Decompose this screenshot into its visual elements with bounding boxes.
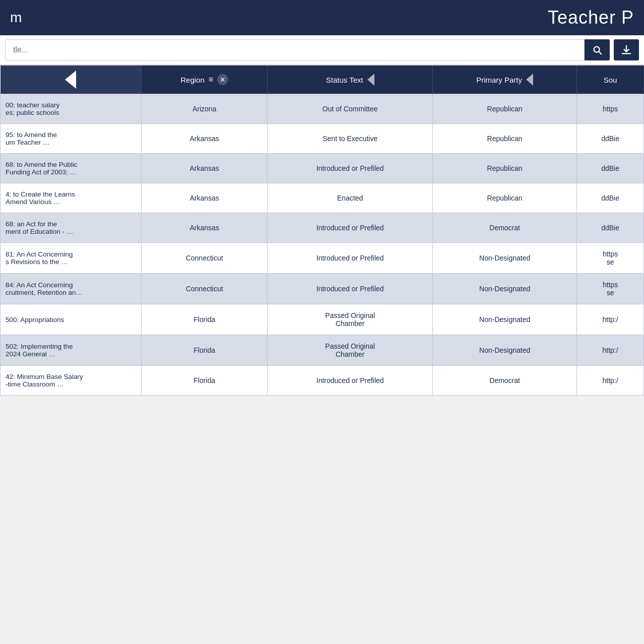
cell-status: Out of Committee	[268, 94, 433, 124]
sort-icon[interactable]: ≡	[209, 75, 213, 84]
cell-party: Republican	[433, 94, 577, 124]
cell-source: ddBie	[577, 183, 644, 213]
cell-title: 68: an Act for the ment of Education - …	[1, 213, 142, 243]
prev-arrow-party[interactable]	[526, 74, 533, 86]
prev-arrow-title[interactable]	[65, 71, 76, 89]
table-row[interactable]: 4: to Create the Learns Amend Various …A…	[1, 183, 644, 213]
table-row[interactable]: 502: Implementing the 2024 General …Flor…	[1, 335, 644, 366]
cell-region: Connecticut	[142, 243, 268, 274]
cell-party: Republican	[433, 124, 577, 154]
cell-region: Arizona	[142, 94, 268, 124]
table-row[interactable]: 95: to Amend the um Teacher …ArkansasSen…	[1, 124, 644, 154]
cell-party: Democrat	[433, 213, 577, 243]
table-container: Region ≡ ✕ Status Text Primary Party	[0, 66, 644, 644]
table-row[interactable]: 84: An Act Concerning cruitment, Retenti…	[1, 274, 644, 304]
cell-title: 500: Appropriations	[1, 304, 142, 335]
table-row[interactable]: 42: Minimum Base Salary -time Classroom …	[1, 366, 644, 396]
cell-source: http:/	[577, 366, 644, 396]
filter-icon[interactable]: ✕	[217, 74, 228, 85]
cell-party: Non-Designated	[433, 274, 577, 304]
search-input[interactable]	[5, 39, 585, 60]
col-source-label: Sou	[604, 76, 617, 84]
table-row[interactable]: 68: to Amend the Public Funding Act of 2…	[1, 154, 644, 183]
search-button[interactable]	[585, 39, 610, 60]
cell-region: Arkansas	[142, 213, 268, 243]
cell-title: 4: to Create the Learns Amend Various …	[1, 183, 142, 213]
download-button[interactable]	[614, 39, 639, 60]
cell-region: Florida	[142, 366, 268, 396]
cell-source: https	[577, 94, 644, 124]
cell-title: 68: to Amend the Public Funding Act of 2…	[1, 154, 142, 183]
cell-source: https se	[577, 243, 644, 274]
table-row[interactable]: 500: AppropriationsFloridaPassed Origina…	[1, 304, 644, 335]
cell-status: Introduced or Prefiled	[268, 274, 433, 304]
cell-party: Republican	[433, 154, 577, 183]
cell-title: 95: to Amend the um Teacher …	[1, 124, 142, 154]
cell-party: Non-Designated	[433, 243, 577, 274]
cell-party: Non-Designated	[433, 335, 577, 366]
cell-status: Introduced or Prefiled	[268, 243, 433, 274]
cell-source: ddBie	[577, 154, 644, 183]
cell-region: Connecticut	[142, 274, 268, 304]
search-bar	[0, 35, 644, 66]
cell-title: 81: An Act Concerning s Revisions to the…	[1, 243, 142, 274]
cell-status: Sent to Executive	[268, 124, 433, 154]
data-table: Region ≡ ✕ Status Text Primary Party	[0, 66, 644, 396]
col-header-region[interactable]: Region ≡ ✕	[142, 66, 268, 94]
table-row[interactable]: 00: teacher salary es; public schoolsAri…	[1, 94, 644, 124]
cell-region: Florida	[142, 304, 268, 335]
col-region-label: Region	[180, 76, 205, 84]
cell-region: Arkansas	[142, 154, 268, 183]
cell-region: Florida	[142, 335, 268, 366]
cell-status: Introduced or Prefiled	[268, 213, 433, 243]
cell-status: Passed Original Chamber	[268, 335, 433, 366]
cell-title: 502: Implementing the 2024 General …	[1, 335, 142, 366]
header-right-label: Teacher P	[548, 7, 634, 28]
cell-source: https se	[577, 274, 644, 304]
header: m Teacher P	[0, 0, 644, 35]
cell-region: Arkansas	[142, 183, 268, 213]
table-row[interactable]: 68: an Act for the ment of Education - ……	[1, 213, 644, 243]
cell-status: Introduced or Prefiled	[268, 154, 433, 183]
cell-title: 00: teacher salary es; public schools	[1, 94, 142, 124]
col-status-label: Status Text	[326, 76, 363, 84]
cell-title: 84: An Act Concerning cruitment, Retenti…	[1, 274, 142, 304]
cell-status: Introduced or Prefiled	[268, 366, 433, 396]
cell-status: Passed Original Chamber	[268, 304, 433, 335]
cell-source: http:/	[577, 335, 644, 366]
cell-title: 42: Minimum Base Salary -time Classroom …	[1, 366, 142, 396]
cell-party: Democrat	[433, 366, 577, 396]
cell-party: Republican	[433, 183, 577, 213]
cell-source: http:/	[577, 304, 644, 335]
cell-source: ddBie	[577, 124, 644, 154]
prev-arrow-status[interactable]	[367, 74, 374, 86]
table-row[interactable]: 81: An Act Concerning s Revisions to the…	[1, 243, 644, 274]
col-party-label: Primary Party	[476, 76, 522, 84]
col-header-party[interactable]: Primary Party	[433, 66, 577, 94]
cell-region: Arkansas	[142, 124, 268, 154]
download-icon	[621, 44, 632, 55]
col-header-title[interactable]	[1, 66, 142, 94]
table-header-row: Region ≡ ✕ Status Text Primary Party	[1, 66, 644, 94]
col-header-status[interactable]: Status Text	[268, 66, 433, 94]
header-left-label: m	[10, 10, 22, 26]
cell-status: Enacted	[268, 183, 433, 213]
cell-party: Non-Designated	[433, 304, 577, 335]
cell-source: ddBie	[577, 213, 644, 243]
search-icon	[592, 44, 603, 55]
col-header-source[interactable]: Sou	[577, 66, 644, 94]
